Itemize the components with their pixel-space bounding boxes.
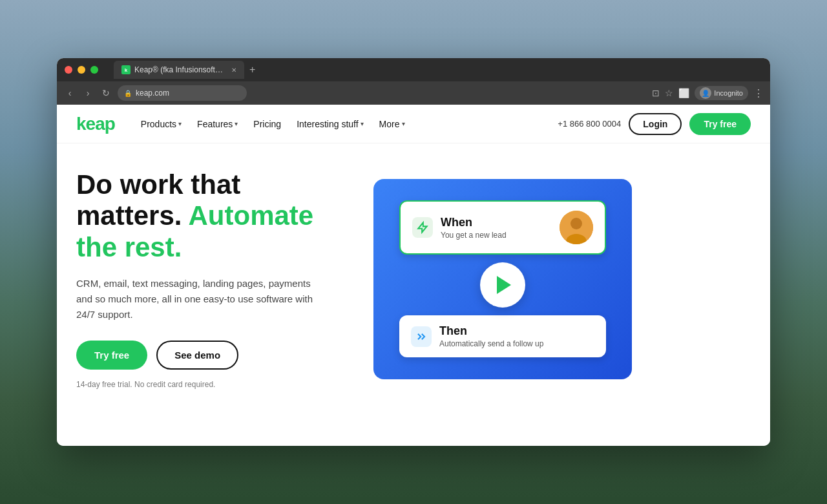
hero-buttons: Try free See demo	[76, 341, 348, 370]
toolbar-icons: ⊡ ☆ ⬜	[652, 88, 689, 98]
more-options-icon[interactable]: ⋮	[753, 87, 764, 100]
try-free-hero-button[interactable]: Try free	[76, 341, 147, 370]
try-free-nav-button[interactable]: Try free	[689, 113, 751, 135]
when-text-block: When You get a new lead	[441, 216, 552, 240]
bookmark-icon[interactable]: ☆	[665, 88, 673, 98]
tab-title: Keap® (fka Infusionsoft) | CRM...	[134, 65, 225, 74]
tab-favicon: k	[121, 65, 131, 74]
back-button[interactable]: ‹	[63, 88, 76, 98]
nav-features[interactable]: Features ▾	[191, 115, 244, 133]
chevron-down-icon: ▾	[402, 120, 405, 127]
then-label: Then	[439, 324, 594, 338]
nav-products[interactable]: Products ▾	[134, 115, 188, 133]
forward-button[interactable]: ›	[81, 88, 94, 98]
incognito-avatar: 👤	[700, 87, 711, 99]
url-bar[interactable]: 🔒 keap.com	[118, 85, 247, 101]
login-button[interactable]: Login	[629, 113, 682, 135]
hero-section: Do work that matters. Automate the rest.…	[57, 143, 770, 408]
extensions-icon[interactable]: ⬜	[678, 88, 689, 98]
then-card: Then Automatically send a follow up	[399, 315, 606, 357]
title-bar: k Keap® (fka Infusionsoft) | CRM... ✕ +	[57, 58, 770, 81]
phone-number: +1 866 800 0004	[558, 119, 621, 129]
cast-icon[interactable]: ⊡	[652, 88, 660, 98]
reload-button[interactable]: ↻	[99, 88, 112, 98]
hero-left: Do work that matters. Automate the rest.…	[76, 169, 348, 389]
when-card: When You get a new lead	[399, 200, 606, 255]
chevron-down-icon: ▾	[361, 120, 364, 127]
new-tab-button[interactable]: +	[247, 64, 258, 76]
incognito-badge[interactable]: 👤 Incognito	[695, 86, 748, 100]
nav-right: +1 866 800 0004 Login Try free	[558, 113, 751, 135]
see-demo-button[interactable]: See demo	[156, 341, 238, 370]
when-label: When	[441, 216, 552, 229]
nav-links: Products ▾ Features ▾ Pricing Interestin…	[134, 115, 558, 133]
then-sublabel: Automatically send a follow up	[439, 339, 594, 348]
fullscreen-button[interactable]	[90, 66, 98, 74]
chevron-down-icon: ▾	[178, 120, 182, 127]
tab-close-icon[interactable]: ✕	[231, 67, 236, 74]
play-button[interactable]	[480, 262, 525, 308]
incognito-label: Incognito	[714, 89, 743, 97]
hero-subtext: CRM, email, text messaging, landing page…	[76, 276, 322, 322]
nav-pricing[interactable]: Pricing	[247, 115, 288, 133]
nav-more[interactable]: More ▾	[373, 115, 412, 133]
person-avatar	[560, 211, 593, 244]
minimize-button[interactable]	[78, 66, 85, 74]
chevron-down-icon: ▾	[235, 120, 238, 127]
address-bar: ‹ › ↻ 🔒 keap.com ⊡ ☆ ⬜ 👤 Incognito ⋮	[57, 81, 770, 105]
keap-logo[interactable]: keap	[76, 114, 115, 134]
svg-point-1	[571, 218, 582, 229]
hero-video-card: When You get a new lead	[373, 179, 632, 379]
browser-window: k Keap® (fka Infusionsoft) | CRM... ✕ + …	[57, 58, 770, 446]
trial-note: 14-day free trial. No credit card requir…	[76, 380, 348, 389]
when-icon	[412, 217, 433, 238]
logo-text: keap	[76, 114, 115, 134]
then-icon	[411, 326, 432, 347]
play-icon	[497, 276, 511, 294]
url-text: keap.com	[136, 89, 169, 98]
tab-bar: k Keap® (fka Infusionsoft) | CRM... ✕ +	[114, 61, 258, 79]
lock-icon: 🔒	[124, 90, 132, 97]
website-content: keap Products ▾ Features ▾ Pricing Inter…	[57, 105, 770, 446]
main-nav: keap Products ▾ Features ▾ Pricing Inter…	[57, 105, 770, 143]
browser-tab[interactable]: k Keap® (fka Infusionsoft) | CRM... ✕	[114, 61, 244, 79]
when-sublabel: You get a new lead	[441, 231, 552, 240]
then-text-block: Then Automatically send a follow up	[439, 324, 594, 348]
close-button[interactable]	[65, 66, 72, 74]
nav-interesting-stuff[interactable]: Interesting stuff ▾	[290, 115, 370, 133]
hero-headline: Do work that matters. Automate the rest.	[76, 169, 348, 263]
